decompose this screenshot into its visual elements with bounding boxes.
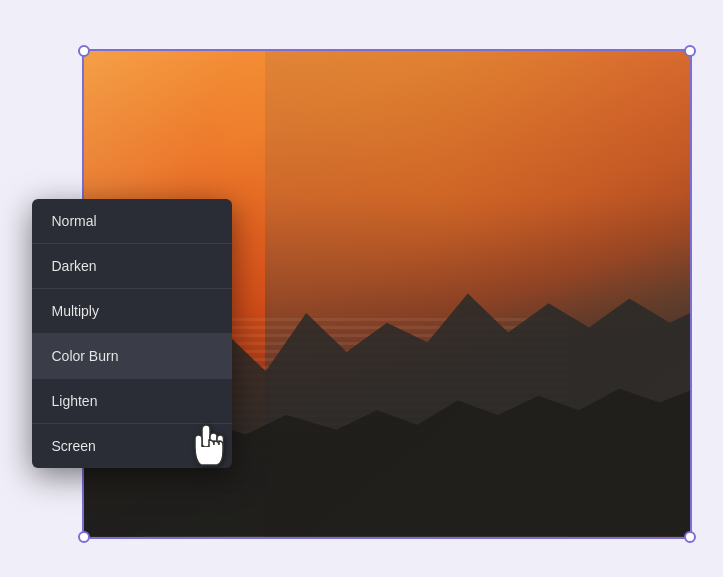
editor-scene: Normal Darken Multiply Color Burn Lighte…	[22, 19, 702, 559]
cursor-pointer	[187, 423, 227, 479]
handle-top-right[interactable]	[684, 45, 696, 57]
handle-bottom-left[interactable]	[78, 531, 90, 543]
handle-top-left[interactable]	[78, 45, 90, 57]
blend-mode-normal[interactable]: Normal	[32, 199, 232, 244]
blend-mode-lighten[interactable]: Lighten	[32, 379, 232, 424]
blend-mode-color-burn[interactable]: Color Burn	[32, 334, 232, 379]
handle-bottom-right[interactable]	[684, 531, 696, 543]
blend-mode-multiply[interactable]: Multiply	[32, 289, 232, 334]
blend-mode-darken[interactable]: Darken	[32, 244, 232, 289]
